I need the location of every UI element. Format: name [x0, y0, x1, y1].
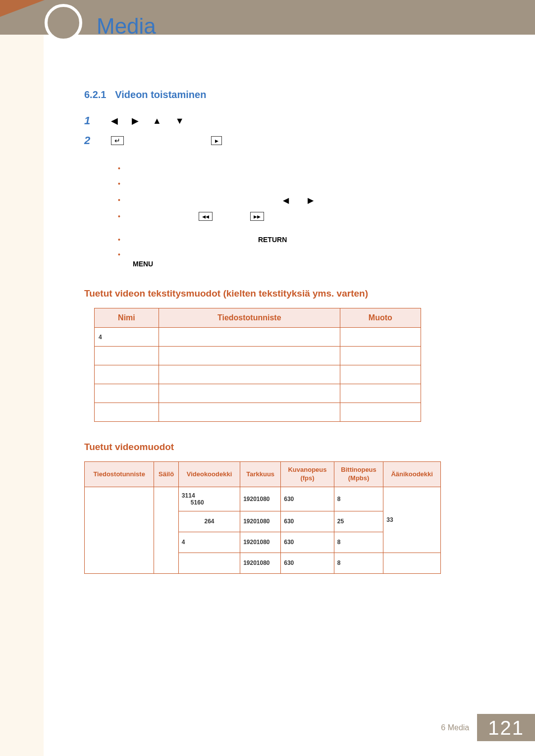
- t2-cell-vcodec: 3114 5160: [178, 487, 240, 511]
- table-row: [95, 384, 421, 403]
- t2-cell-bitrate: 8: [334, 532, 383, 553]
- fastforward-icon: ▸▸: [250, 212, 264, 221]
- videoformat-heading: Tuetut videomuodot: [84, 442, 490, 453]
- subtitles-heading: Tuetut videon tekstitysmuodot (kielten t…: [84, 288, 490, 299]
- left-arrow-icon: ◀: [283, 192, 289, 209]
- t2-cell-res: 19201080: [240, 553, 281, 573]
- bullet-1: •: [118, 161, 490, 176]
- t1-cell: [340, 328, 421, 347]
- t2-cell-fps: 630: [281, 553, 334, 573]
- section-title: Videon toistaminen: [115, 89, 206, 100]
- bookmark-corner-icon: [0, 0, 45, 17]
- t2-cell-bitrate: 8: [334, 487, 383, 511]
- step-2-number: 2: [84, 134, 91, 147]
- page-title: Media: [97, 14, 156, 39]
- down-arrow-icon: ▼: [175, 116, 184, 126]
- return-label: RETURN: [258, 232, 287, 248]
- left-stripe: [0, 0, 44, 756]
- footer-page-number: 121: [477, 714, 535, 741]
- table-row: [95, 347, 421, 365]
- t1-cell: [340, 403, 421, 422]
- t2-cell-acodec: [383, 553, 441, 573]
- t1-cell: [95, 347, 159, 365]
- t2-cell-container: [154, 487, 179, 573]
- t1-cell: [340, 365, 421, 384]
- bullet-icon: •: [118, 232, 120, 248]
- video-formats-table: Tiedostotunniste Säilö Videokoodekki Tar…: [84, 461, 441, 574]
- t2-cell-acodec: 33: [383, 487, 441, 553]
- t2-h-vcodec: Videokoodekki: [178, 462, 240, 487]
- t1-cell: [159, 384, 340, 403]
- t2-cell-fps: 630: [281, 532, 334, 553]
- t2-cell-bitrate: 8: [334, 553, 383, 573]
- section-number: 6.2.1: [84, 89, 106, 100]
- bullet-icon: •: [118, 176, 120, 192]
- left-arrow-icon: ◀: [111, 115, 118, 126]
- t1-cell: [340, 384, 421, 403]
- t1-cell: [95, 384, 159, 403]
- footer-bar: 6 Media 121: [441, 714, 535, 741]
- step-1-row: 1 ◀ ▶ ▲ ▼: [84, 114, 490, 127]
- subtitle-formats-table: Nimi Tiedostotunniste Muoto 4: [94, 308, 421, 422]
- bullet-icon: •: [118, 209, 120, 224]
- t2-h-container: Säilö: [154, 462, 179, 487]
- t2-cell-ext: [85, 487, 154, 573]
- step-1-number: 1: [84, 114, 91, 127]
- bullet-icon: •: [118, 193, 120, 208]
- t2-h-acodec: Äänikoodekki: [383, 462, 441, 487]
- table-row: [95, 403, 421, 422]
- t1-header-ext: Tiedostotunniste: [159, 308, 340, 328]
- t1-header-format: Muoto: [340, 308, 421, 328]
- t2-h-ext: Tiedostotunniste: [85, 462, 154, 487]
- step-2-row: 2 ↵ ▸: [84, 134, 490, 147]
- t1-cell: [159, 347, 340, 365]
- menu-label: MENU: [133, 260, 153, 268]
- t2-cell-vcodec: 264: [178, 511, 240, 532]
- play-icon: ▸: [211, 136, 222, 145]
- table-row: [95, 365, 421, 384]
- t1-header-name: Nimi: [95, 308, 159, 328]
- t2-cell-vcodec: 4: [178, 532, 240, 553]
- table-row: 4: [95, 328, 421, 347]
- t1-cell: [159, 328, 340, 347]
- right-arrow-icon: ▶: [308, 192, 314, 209]
- t2-h-fps: Kuvanopeus(fps): [281, 462, 334, 487]
- t1-cell: 4: [99, 334, 102, 341]
- t2-cell-res: 19201080: [240, 511, 281, 532]
- chapter-circle-icon: [45, 4, 82, 42]
- t2-cell-fps: 630: [281, 487, 334, 511]
- up-arrow-icon: ▲: [153, 116, 161, 126]
- t2-cell-res: 19201080: [240, 532, 281, 553]
- bullet-4: • ◂◂ ▸▸: [118, 209, 490, 224]
- t2-cell-bitrate: 25: [334, 511, 383, 532]
- bullet-5: • RETURN: [118, 232, 490, 248]
- content-area: 6.2.1 Videon toistaminen 1 ◀ ▶ ▲ ▼ 2 ↵ ▸…: [84, 89, 490, 574]
- t1-cell: [95, 365, 159, 384]
- t1-cell: [159, 365, 340, 384]
- enter-icon: ↵: [111, 136, 124, 145]
- bullet-2: •: [118, 176, 490, 192]
- t1-cell: [95, 403, 159, 422]
- t1-cell: [159, 403, 340, 422]
- bullet-list: • • • ◀ ▶ • ◂◂ ▸▸ • RETURN • MENU: [118, 161, 490, 268]
- playback-group: ↵ ▸: [111, 136, 222, 145]
- t2-h-res: Tarkkuus: [240, 462, 281, 487]
- bullet-3: • ◀ ▶: [118, 192, 490, 209]
- t2-h-bitrate: Bittinopeus(Mpbs): [334, 462, 383, 487]
- section-heading: 6.2.1 Videon toistaminen: [84, 89, 490, 101]
- t2-cell-res: 19201080: [240, 487, 281, 511]
- footer-chapter-label: 6 Media: [441, 723, 477, 732]
- t2-cell-vcodec: [178, 553, 240, 573]
- bullet-icon: •: [118, 161, 120, 176]
- menu-line: MENU: [118, 259, 490, 268]
- nav-arrows-group: ◀ ▶ ▲ ▼: [111, 115, 184, 126]
- table-row: 3114 5160 19201080 630 8 33: [85, 487, 441, 511]
- rewind-icon: ◂◂: [199, 212, 213, 221]
- t1-cell: [340, 347, 421, 365]
- t2-cell-fps: 630: [281, 511, 334, 532]
- right-arrow-icon: ▶: [132, 115, 139, 126]
